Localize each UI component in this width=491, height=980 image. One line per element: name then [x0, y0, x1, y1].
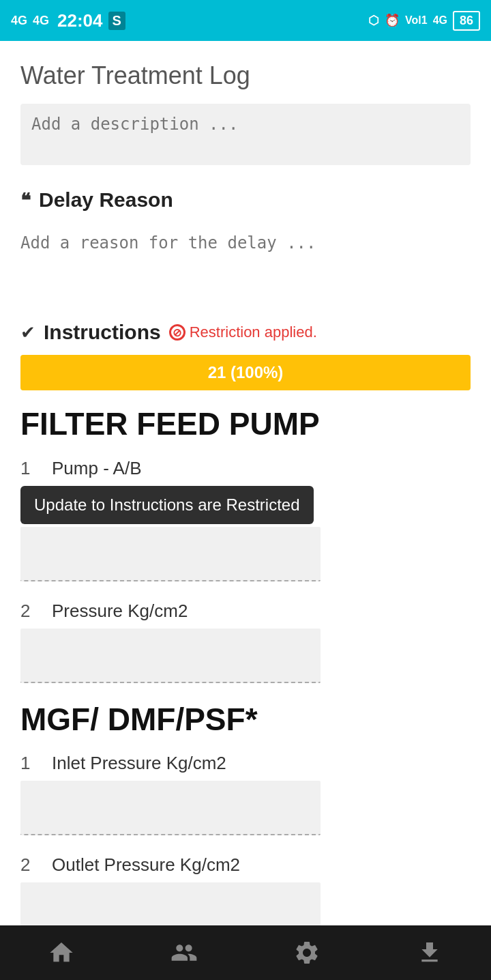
field-name-inlet: Inlet Pressure Kg/cm2: [52, 753, 226, 774]
field-name-pump-ab: Pump - A/B: [52, 458, 142, 479]
field-label-pressure: 2 Pressure Kg/cm2: [20, 601, 471, 622]
signal-icon-2: 4G: [33, 14, 49, 28]
progress-text: 21 (100%): [208, 363, 284, 382]
nav-download[interactable]: [413, 936, 447, 970]
field-label-inlet: 1 Inlet Pressure Kg/cm2: [20, 753, 471, 774]
page-title: Water Treatment Log: [20, 61, 471, 90]
status-left: 4G 4G 22:04 S: [11, 10, 125, 31]
nav-settings[interactable]: [290, 936, 324, 970]
check-icon: ✔: [20, 322, 35, 343]
alarm-icon: ⏰: [385, 13, 400, 28]
tooltip-text: Update to Instructions are Restricted: [34, 495, 300, 514]
field-label-pump-ab: 1 Pump - A/B: [20, 458, 471, 479]
field-row-pump-ab: 1 Pump - A/B Update to Instructions are …: [20, 458, 471, 581]
quote-icon: ❝: [20, 189, 31, 212]
status-right: ⬡ ⏰ Vol1 4G 86: [368, 11, 480, 31]
carrier-icon: S: [108, 12, 125, 30]
field-number-2: 2: [20, 601, 41, 622]
home-icon: [48, 939, 75, 966]
category-title-2: MGF/ DMF/PSF*: [20, 702, 471, 737]
pressure-input[interactable]: [20, 629, 321, 683]
tooltip-box: Update to Instructions are Restricted: [20, 486, 314, 524]
delay-reason-label: Delay Reason: [39, 188, 173, 212]
nav-people[interactable]: [167, 936, 201, 970]
field-name-pressure: Pressure Kg/cm2: [52, 601, 188, 622]
field-name-outlet: Outlet Pressure Kg/cm2: [52, 854, 240, 876]
field-row-pressure: 2 Pressure Kg/cm2: [20, 601, 471, 683]
category-filter-feed-pump: FILTER FEED PUMP 1 Pump - A/B Update to …: [20, 407, 471, 683]
network-icon: 4G: [433, 14, 447, 27]
nav-home[interactable]: [44, 936, 78, 970]
field-number-mgf-2: 2: [20, 854, 41, 876]
bluetooth-icon: ⬡: [368, 13, 379, 28]
field-row-inlet-pressure: 1 Inlet Pressure Kg/cm2: [20, 753, 471, 835]
description-input[interactable]: [20, 104, 471, 165]
settings-icon: [293, 939, 321, 966]
category-mgf-dmf-psf: MGF/ DMF/PSF* 1 Inlet Pressure Kg/cm2 2 …: [20, 702, 471, 938]
delay-reason-input[interactable]: [20, 222, 471, 298]
download-icon: [416, 939, 443, 966]
field-number-1: 1: [20, 458, 41, 479]
tooltip-wrapper: Update to Instructions are Restricted: [20, 486, 314, 524]
field-label-outlet: 2 Outlet Pressure Kg/cm2: [20, 854, 471, 876]
restriction-icon: ⊘: [169, 324, 185, 341]
main-content: Water Treatment Log ❝ Delay Reason ✔ Ins…: [0, 41, 491, 980]
instructions-header: ✔ Instructions ⊘ Restriction applied.: [20, 321, 471, 344]
volume-icon: Vol1: [405, 14, 428, 27]
category-title-1: FILTER FEED PUMP: [20, 407, 471, 442]
restriction-text: Restriction applied.: [190, 323, 317, 341]
pump-ab-input[interactable]: [20, 527, 321, 581]
inlet-pressure-input[interactable]: [20, 781, 321, 835]
time-display: 22:04: [57, 10, 103, 31]
instructions-label: Instructions: [44, 321, 161, 344]
status-bar: 4G 4G 22:04 S ⬡ ⏰ Vol1 4G 86: [0, 0, 491, 41]
signal-icon-1: 4G: [11, 14, 27, 28]
field-number-mgf-1: 1: [20, 753, 41, 774]
people-icon: [170, 939, 198, 966]
restriction-badge: ⊘ Restriction applied.: [169, 323, 317, 341]
delay-reason-header: ❝ Delay Reason: [20, 188, 471, 212]
bottom-nav: [0, 925, 491, 980]
progress-bar: 21 (100%): [20, 355, 471, 390]
battery-display: 86: [453, 11, 480, 31]
